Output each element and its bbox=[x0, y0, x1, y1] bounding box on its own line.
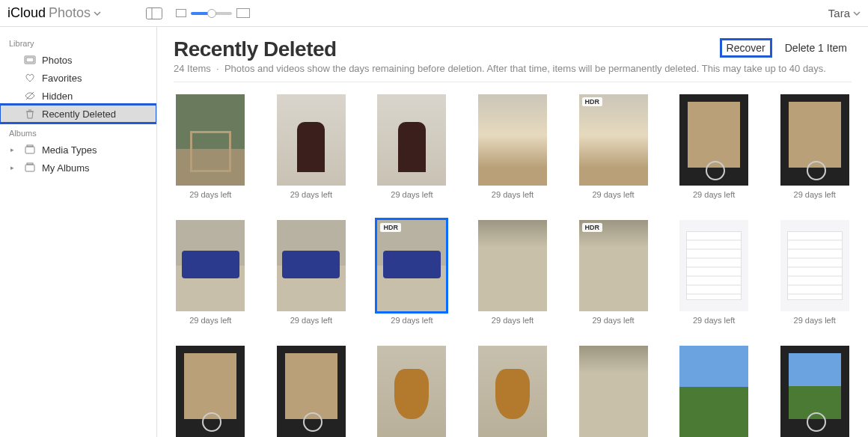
photo-cell[interactable]: 29 days left bbox=[174, 94, 248, 199]
photo-cell[interactable]: 29 days left bbox=[174, 346, 248, 437]
photo-cell[interactable]: 29 days left bbox=[275, 346, 349, 437]
days-left-label: 29 days left bbox=[794, 316, 836, 325]
days-left-label: 29 days left bbox=[693, 316, 735, 325]
photo-cell[interactable]: 29 days left bbox=[777, 94, 852, 199]
sidebar-item-hidden[interactable]: Hidden bbox=[0, 87, 156, 105]
photo-thumbnail[interactable] bbox=[679, 94, 748, 186]
days-left-label: 29 days left bbox=[592, 316, 634, 325]
photo-thumbnail[interactable] bbox=[176, 220, 245, 311]
photo-cell[interactable]: 29 days left bbox=[476, 346, 550, 437]
album-icon bbox=[24, 144, 36, 155]
photo-cell[interactable]: 29 days left bbox=[375, 346, 449, 437]
hdr-badge: HDR bbox=[582, 97, 603, 106]
days-left-label: 29 days left bbox=[189, 316, 231, 325]
chevron-down-icon bbox=[853, 10, 861, 17]
days-left-label: 29 days left bbox=[492, 316, 534, 325]
days-left-label: 29 days left bbox=[189, 190, 231, 199]
svg-rect-3 bbox=[26, 58, 34, 62]
sidebar-item-label: Hidden bbox=[42, 91, 73, 102]
sidebar-item-label: Recently Deleted bbox=[42, 109, 116, 120]
svg-rect-8 bbox=[27, 145, 33, 147]
sidebar-item-my-albums[interactable]: ▸My Albums bbox=[0, 159, 156, 177]
photo-thumbnail[interactable] bbox=[277, 94, 346, 186]
photo-thumbnail[interactable] bbox=[780, 94, 849, 186]
sidebar-item-photos[interactable]: Photos bbox=[0, 51, 156, 69]
hdr-badge: HDR bbox=[582, 223, 603, 232]
days-left-label: 29 days left bbox=[391, 316, 433, 325]
svg-rect-10 bbox=[27, 163, 33, 165]
days-left-label: 29 days left bbox=[391, 190, 433, 199]
photo-thumbnail[interactable] bbox=[780, 346, 849, 437]
svg-rect-9 bbox=[25, 165, 34, 171]
app-name: iCloud bbox=[7, 5, 46, 21]
delete-button[interactable]: Delete 1 Item bbox=[780, 40, 852, 55]
sidebar-item-label: Media Types bbox=[42, 144, 97, 156]
photo-cell[interactable]: 29 days left bbox=[677, 220, 751, 325]
disclosure-triangle-icon[interactable]: ▸ bbox=[10, 146, 18, 153]
photo-cell[interactable]: HDR29 days left bbox=[576, 94, 650, 199]
photo-thumbnail[interactable] bbox=[679, 346, 748, 437]
photo-thumbnail[interactable]: HDR bbox=[579, 220, 648, 311]
user-menu[interactable]: Tara bbox=[828, 7, 861, 19]
photo-thumbnail[interactable] bbox=[277, 346, 346, 437]
photo-cell[interactable]: 29 days left bbox=[275, 220, 349, 325]
recover-button[interactable]: Recover bbox=[722, 40, 770, 55]
photo-thumbnail[interactable] bbox=[780, 220, 849, 311]
photo-cell[interactable]: 29 days left bbox=[677, 346, 751, 437]
photo-thumbnail[interactable] bbox=[478, 94, 547, 186]
svg-rect-7 bbox=[25, 147, 34, 153]
sidebar-section-label: Albums bbox=[0, 123, 156, 141]
photo-thumbnail[interactable] bbox=[478, 220, 547, 311]
zoom-slider[interactable] bbox=[191, 12, 232, 15]
trash-icon bbox=[24, 109, 36, 119]
sidebar-item-recently-deleted[interactable]: Recently Deleted bbox=[0, 105, 156, 123]
sidebar-item-favorites[interactable]: Favorites bbox=[0, 69, 156, 87]
zoom-small-icon bbox=[176, 9, 186, 17]
zoom-control[interactable] bbox=[176, 8, 250, 18]
photo-cell[interactable]: 29 days left bbox=[174, 220, 248, 325]
disclosure-triangle-icon[interactable]: ▸ bbox=[10, 164, 18, 171]
sidebar-item-media-types[interactable]: ▸Media Types bbox=[0, 141, 156, 159]
photo-cell[interactable]: 29 days left bbox=[275, 94, 349, 199]
photo-thumbnail[interactable] bbox=[579, 346, 648, 437]
days-left-label: 29 days left bbox=[794, 190, 836, 199]
svg-rect-0 bbox=[147, 7, 162, 19]
photo-cell[interactable]: 29 days left bbox=[476, 220, 550, 325]
chevron-down-icon bbox=[94, 10, 101, 17]
photo-cell[interactable]: 29 days left bbox=[677, 94, 751, 199]
days-left-label: 29 days left bbox=[290, 190, 332, 199]
sidebar-item-label: Photos bbox=[42, 55, 72, 66]
zoom-large-icon bbox=[236, 8, 250, 18]
photo-thumbnail[interactable]: HDR bbox=[377, 220, 446, 311]
photo-thumbnail[interactable] bbox=[679, 220, 748, 311]
photos-icon bbox=[24, 55, 36, 65]
app-title-dropdown[interactable]: iCloud Photos bbox=[7, 5, 101, 21]
photo-cell[interactable]: 29 days left bbox=[777, 220, 852, 325]
item-count: 24 Items bbox=[174, 63, 211, 74]
photo-cell[interactable]: HDR29 days left bbox=[576, 220, 650, 325]
sidebar-toggle-icon[interactable] bbox=[146, 7, 162, 19]
photo-thumbnail[interactable]: HDR bbox=[579, 94, 648, 186]
days-left-label: 29 days left bbox=[592, 190, 634, 199]
hdr-badge: HDR bbox=[380, 223, 401, 232]
heart-icon bbox=[24, 73, 36, 83]
topbar: iCloud Photos Tara bbox=[0, 0, 868, 27]
eye-off-icon bbox=[24, 91, 36, 101]
photo-cell[interactable]: 29 days left bbox=[476, 94, 550, 199]
sidebar-section-label: Library bbox=[0, 33, 156, 51]
page-title: Recently Deleted bbox=[174, 37, 337, 61]
photo-cell[interactable]: 29 days left bbox=[576, 346, 650, 437]
photo-cell[interactable]: HDR29 days left bbox=[375, 220, 449, 325]
info-text: 24 Items · Photos and videos show the da… bbox=[174, 63, 852, 82]
days-left-label: 29 days left bbox=[290, 316, 332, 325]
photo-thumbnail[interactable] bbox=[377, 346, 446, 437]
photo-thumbnail[interactable] bbox=[377, 94, 446, 186]
photo-thumbnail[interactable] bbox=[277, 220, 346, 311]
photo-cell[interactable]: 29 days left bbox=[375, 94, 449, 199]
info-description: Photos and videos show the days remainin… bbox=[224, 63, 826, 74]
photo-thumbnail[interactable] bbox=[176, 346, 245, 437]
photo-thumbnail[interactable] bbox=[176, 94, 245, 186]
photo-thumbnail[interactable] bbox=[478, 346, 547, 437]
album-icon bbox=[24, 162, 36, 173]
photo-cell[interactable]: 29 days left bbox=[777, 346, 852, 437]
